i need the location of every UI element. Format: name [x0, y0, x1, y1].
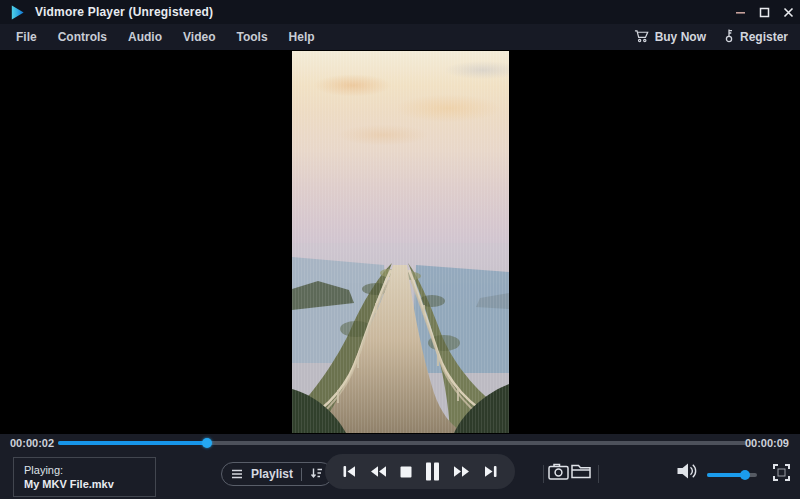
register-label: Register: [740, 30, 788, 44]
window-controls: [728, 0, 800, 24]
playlist-button[interactable]: Playlist: [221, 462, 333, 486]
menu-controls[interactable]: Controls: [58, 30, 107, 44]
elapsed-time: 00:00:02: [10, 437, 54, 449]
playlist-pill-divider: [301, 468, 302, 481]
cart-icon: [634, 29, 649, 46]
bottom-control-bar: Playing: My MKV File.mkv Playlist: [0, 452, 800, 499]
video-scene: [292, 51, 509, 433]
fullscreen-button[interactable]: [772, 463, 791, 482]
menu-right-actions: Buy Now Register: [634, 28, 800, 46]
menu-audio[interactable]: Audio: [128, 30, 162, 44]
close-button[interactable]: [776, 0, 800, 24]
seek-track[interactable]: [58, 441, 747, 445]
toolbar-divider-left: [543, 465, 544, 483]
seek-progress-fill: [58, 441, 207, 445]
toolbar-divider-right: [598, 465, 599, 483]
register-button[interactable]: Register: [724, 28, 788, 46]
minimize-button[interactable]: [728, 0, 752, 24]
buy-now-button[interactable]: Buy Now: [634, 29, 706, 46]
now-playing-label: Playing:: [24, 464, 145, 476]
menu-help[interactable]: Help: [289, 30, 315, 44]
seek-bar-row: 00:00:02 00:00:09: [0, 434, 800, 452]
transport-controls: [325, 454, 515, 489]
video-area: [0, 50, 800, 434]
skip-previous-button[interactable]: [342, 465, 356, 478]
playlist-list-icon: [231, 465, 243, 483]
menu-items: File Controls Audio Video Tools Help: [0, 30, 315, 44]
menu-file[interactable]: File: [16, 30, 37, 44]
rewind-button[interactable]: [369, 465, 387, 478]
title-bar: Vidmore Player (Unregistered): [0, 0, 800, 24]
app-logo-icon: [9, 4, 26, 21]
playlist-label: Playlist: [251, 467, 293, 481]
menu-tools[interactable]: Tools: [236, 30, 267, 44]
window-title: Vidmore Player (Unregistered): [35, 5, 213, 19]
now-playing-filename: My MKV File.mkv: [24, 478, 145, 490]
fast-forward-button[interactable]: [453, 465, 471, 478]
menu-video[interactable]: Video: [183, 30, 215, 44]
buy-now-label: Buy Now: [655, 30, 706, 44]
menu-bar: File Controls Audio Video Tools Help Buy…: [0, 24, 800, 50]
volume-slider[interactable]: [707, 473, 757, 477]
playlist-order-icon[interactable]: [310, 465, 323, 483]
vidmore-player-window: Vidmore Player (Unregistered) File Contr…: [0, 0, 800, 499]
snapshot-camera-button[interactable]: [548, 463, 569, 480]
seek-thumb[interactable]: [202, 438, 212, 448]
maximize-button[interactable]: [752, 0, 776, 24]
skip-next-button[interactable]: [484, 465, 498, 478]
pause-button[interactable]: [425, 462, 440, 481]
volume-thumb[interactable]: [740, 470, 750, 480]
open-folder-button[interactable]: [571, 464, 591, 479]
key-icon: [724, 28, 734, 46]
video-frame[interactable]: [292, 51, 509, 433]
now-playing-box: Playing: My MKV File.mkv: [13, 457, 156, 497]
stop-button[interactable]: [400, 466, 412, 478]
volume-speaker-icon[interactable]: [676, 462, 698, 480]
total-duration: 00:00:09: [745, 437, 789, 449]
